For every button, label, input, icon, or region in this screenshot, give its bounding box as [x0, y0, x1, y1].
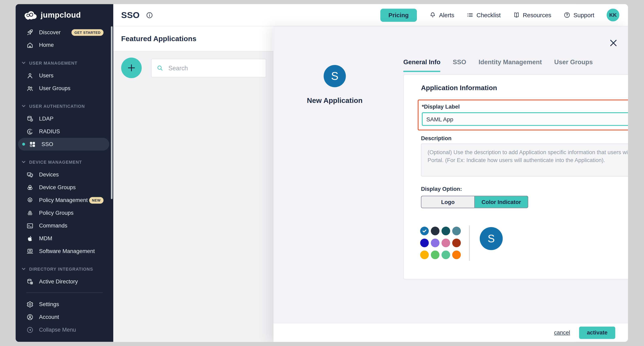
logo-option-button[interactable]: Logo	[421, 196, 475, 208]
color-swatch[interactable]	[442, 251, 450, 259]
color-swatch[interactable]	[420, 239, 429, 247]
swatch-preview-divider	[469, 226, 470, 261]
info-icon[interactable]	[146, 11, 153, 19]
sidebar-scrollbar[interactable]	[111, 26, 112, 199]
sidebar-item-label: User Groups	[39, 85, 70, 91]
sidebar-item-label: Active Directory	[39, 279, 78, 285]
application-initial-badge: S	[324, 65, 346, 87]
description-textarea[interactable]: (Optional) Use the description to add Ap…	[421, 144, 628, 177]
close-icon[interactable]	[608, 38, 618, 48]
pricing-button[interactable]: Pricing	[380, 9, 417, 22]
sidebar-item-label: Software Management	[39, 248, 95, 254]
tab-sso[interactable]: SSO	[453, 58, 466, 72]
support-button[interactable]: Support	[564, 12, 594, 19]
color-preview-badge: S	[480, 227, 503, 250]
cancel-link[interactable]: cancel	[554, 329, 570, 336]
user-icon	[26, 72, 34, 79]
sidebar-section-user-authentication[interactable]: USER AUTHENTICATION	[16, 99, 113, 112]
chevron-down-icon	[22, 267, 26, 271]
home-icon	[26, 41, 34, 49]
top-header: SSO Pricing Alerts Checklist Resources	[113, 4, 628, 26]
get-started-badge: GET STARTED	[72, 29, 104, 36]
sidebar-item-active-directory[interactable]: Active Directory	[16, 275, 113, 288]
sidebar-item-label: Device Groups	[39, 184, 76, 191]
sidebar-item-discover[interactable]: Discover GET STARTED	[16, 26, 113, 39]
sidebar-item-devices[interactable]: Devices	[16, 168, 113, 181]
question-circle-icon	[564, 12, 570, 19]
color-swatch[interactable]	[431, 239, 440, 247]
sidebar-item-policy-management[interactable]: Policy Management NEW	[16, 194, 113, 207]
color-swatch-selected[interactable]	[420, 227, 429, 235]
sidebar-item-label: MDM	[39, 235, 52, 241]
alerts-button[interactable]: Alerts	[429, 12, 454, 19]
tab-identity-management[interactable]: Identity Management	[478, 58, 542, 72]
color-swatch[interactable]	[431, 251, 440, 259]
arrow-left-circle-icon	[26, 326, 34, 333]
description-label: Description	[421, 135, 452, 141]
radius-gauge-icon	[26, 128, 34, 135]
sidebar-item-account[interactable]: Account	[16, 310, 113, 323]
color-swatch[interactable]	[420, 251, 429, 259]
display-label-input[interactable]	[422, 112, 628, 126]
color-swatch[interactable]	[431, 227, 440, 235]
card-heading: Application Information	[421, 84, 497, 92]
sidebar-item-users[interactable]: Users	[16, 69, 113, 82]
sidebar-item-ldap[interactable]: LDAP	[16, 112, 113, 125]
sidebar-item-label: SSO	[42, 141, 53, 147]
sidebar-divider	[26, 292, 103, 293]
sidebar-item-software-management[interactable]: Software Management	[16, 245, 113, 257]
sidebar-item-label: LDAP	[39, 116, 54, 122]
sidebar-item-user-groups[interactable]: User Groups	[16, 82, 113, 95]
rocket-icon	[26, 29, 34, 36]
checklist-button[interactable]: Checklist	[466, 12, 500, 19]
display-label-highlight-box: *Display Label	[418, 99, 628, 130]
display-label-label: *Display Label	[422, 104, 460, 110]
tab-general-info[interactable]: General Info	[403, 58, 440, 72]
tab-user-groups[interactable]: User Groups	[554, 58, 593, 72]
application-name: New Application	[286, 96, 384, 105]
venn-circles-icon	[26, 184, 34, 191]
color-swatch[interactable]	[452, 251, 461, 259]
resources-button[interactable]: Resources	[513, 12, 551, 19]
sidebar-item-label: Policy Groups	[39, 210, 74, 216]
jumpcloud-logo: jumpcloud	[23, 8, 114, 23]
app-grid-icon	[29, 140, 36, 148]
sidebar-section-directory-integrations[interactable]: DIRECTORY INTEGRATIONS	[16, 263, 113, 275]
bell-icon	[429, 12, 436, 19]
color-swatch[interactable]	[442, 227, 450, 235]
user-avatar[interactable]: KK	[606, 9, 619, 22]
sidebar-item-label: Home	[39, 42, 54, 48]
sidebar-item-settings[interactable]: Settings	[16, 298, 113, 310]
color-swatch[interactable]	[452, 227, 461, 235]
sidebar-item-collapse-menu[interactable]: Collapse Menu	[16, 323, 113, 336]
viewport: jumpcloud Discover GET STARTED Home USER…	[0, 0, 644, 346]
add-application-button[interactable]	[121, 58, 142, 78]
activate-button[interactable]: activate	[579, 326, 615, 339]
color-swatch[interactable]	[442, 239, 450, 247]
color-swatch[interactable]	[452, 239, 461, 247]
active-indicator-dot	[22, 143, 25, 146]
sidebar-item-device-groups[interactable]: Device Groups	[16, 181, 113, 194]
search-input[interactable]	[168, 65, 261, 72]
modal-tabs: General Info SSO Identity Management Use…	[403, 58, 593, 72]
sidebar-item-sso[interactable]: SSO	[18, 138, 109, 150]
laptop-grid-icon	[26, 247, 34, 255]
checklist-icon	[466, 12, 474, 19]
new-application-modal: S New Application General Info SSO Ident…	[274, 26, 628, 342]
apple-icon	[26, 235, 34, 242]
sidebar-item-mdm[interactable]: MDM	[16, 232, 113, 245]
jumpcloud-wordmark: jumpcloud	[41, 11, 81, 20]
terminal-icon	[26, 222, 34, 230]
sidebar-item-label: RADIUS	[39, 128, 60, 134]
sidebar-section-user-management[interactable]: USER MANAGEMENT	[16, 56, 113, 69]
user-group-icon	[26, 84, 34, 92]
jumpcloud-cloud-icon	[23, 10, 37, 21]
sidebar-item-radius[interactable]: RADIUS	[16, 125, 113, 138]
color-indicator-option-button[interactable]: Color Indicator	[475, 196, 528, 208]
sidebar-item-commands[interactable]: Commands	[16, 219, 113, 232]
sidebar-item-label: Account	[39, 314, 59, 320]
sidebar-item-home[interactable]: Home	[16, 39, 113, 52]
database-clock-icon	[26, 115, 34, 123]
sidebar-section-device-management[interactable]: DEVICE MANAGEMENT	[16, 155, 113, 168]
sidebar-item-policy-groups[interactable]: Policy Groups	[16, 207, 113, 219]
